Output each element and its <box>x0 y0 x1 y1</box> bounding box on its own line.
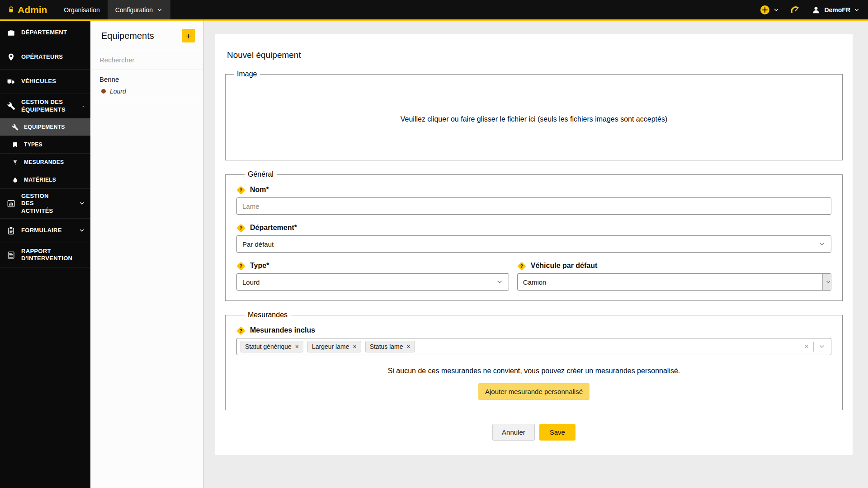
type-select-value: Lourd <box>242 278 259 286</box>
nav-organisation[interactable]: Organisation <box>56 0 107 19</box>
sidebar-item-gestion-activites[interactable]: GESTION DES ACTIVITÉS <box>0 189 90 219</box>
chevron-down-icon <box>826 279 831 285</box>
mesurandes-multiselect[interactable]: Statut générique × Largeur lame × Status… <box>236 338 831 355</box>
tag-label: Status lame <box>370 343 403 350</box>
general-section: Général ? Nom* ? Département* Par défaut <box>225 170 843 301</box>
mesurandes-section: Mesurandes ? Mesurandes inclus Statut gé… <box>225 311 843 410</box>
nav-configuration-label: Configuration <box>115 6 153 14</box>
main-content: Nouvel équipement Image Veuillez cliquer… <box>204 21 868 488</box>
sidebar-item-label: GESTION DES ÉQUIPEMENTS <box>21 99 75 113</box>
page-title: Nouvel équipement <box>227 50 843 60</box>
save-button[interactable]: Save <box>539 424 576 441</box>
sidebar: DÉPARTEMENT OPÉRATEURS VÉHICULES GESTION… <box>0 21 90 488</box>
sidebar-subitem-materiels[interactable]: MATÉRIELS <box>0 171 90 189</box>
chevron-down-icon[interactable] <box>818 343 826 350</box>
image-section: Image Veuillez cliquer ou faire glisser … <box>225 70 843 160</box>
equipment-group-name[interactable]: Benne <box>90 75 203 83</box>
sidebar-item-label: DÉPARTEMENT <box>21 29 67 36</box>
bookmark-icon <box>12 141 19 148</box>
add-custom-mesurande-button[interactable]: Ajouter mesurande personnalisé <box>478 383 590 400</box>
departement-select-value: Par défaut <box>242 240 274 248</box>
nom-input[interactable] <box>236 197 831 215</box>
sidebar-item-operateurs[interactable]: OPÉRATEURS <box>0 45 90 70</box>
image-dropzone[interactable]: Veuillez cliquer ou faire glisser le fic… <box>226 78 842 160</box>
equipment-group: Benne Lourd <box>90 70 203 101</box>
remove-tag-icon[interactable]: × <box>353 343 356 350</box>
sidebar-item-label: FORMULAIRE <box>21 227 62 234</box>
sidebar-subitem-label: TYPES <box>24 141 42 148</box>
select-scrollbar[interactable] <box>822 274 831 290</box>
chevron-down-icon <box>496 278 503 286</box>
user-name: DemoFR <box>824 6 850 14</box>
wrench-icon <box>12 124 19 131</box>
chevron-down-icon <box>818 240 826 248</box>
clipboard-icon <box>7 226 15 235</box>
help-icon[interactable]: ? <box>236 186 245 195</box>
chevron-down-icon <box>773 7 779 13</box>
sidebar-subitem-mesurandes[interactable]: MESURANDES <box>0 154 90 171</box>
field-nom: ? Nom* <box>236 186 831 215</box>
field-mesurandes: ? Mesurandes inclus Statut générique × L… <box>236 326 831 355</box>
tag-label: Largeur lame <box>312 343 349 350</box>
briefcase-icon <box>7 28 15 37</box>
type-label: Type* <box>250 262 269 270</box>
help-icon[interactable]: ? <box>236 224 245 233</box>
sidebar-item-label: RAPPORT D'INTERVENTION <box>21 248 85 263</box>
type-vehicule-row: ? Type* Lourd ? Véhicule par défaut <box>236 262 831 291</box>
panel-header: Equipements + <box>90 21 203 50</box>
vehicule-select-value: Camion <box>523 278 547 286</box>
multiselect-controls: × <box>804 342 826 352</box>
sidebar-item-formulaire[interactable]: FORMULAIRE <box>0 219 90 243</box>
form-actions: Annuler Save <box>225 424 843 441</box>
padlock-icon <box>7 6 15 14</box>
help-icon[interactable]: ? <box>236 262 245 271</box>
clear-all-icon[interactable]: × <box>804 342 809 351</box>
nav-organisation-label: Organisation <box>64 6 99 14</box>
mesurandes-label: Mesurandes inclus <box>250 326 315 334</box>
sidebar-subitem-equipements[interactable]: EQUIPEMENTS <box>0 118 90 136</box>
cancel-button[interactable]: Annuler <box>492 424 535 441</box>
question-glyph: ? <box>240 225 242 230</box>
top-nav: Organisation Configuration <box>56 0 170 19</box>
brand[interactable]: Admin <box>0 0 56 19</box>
chevron-up-icon <box>81 103 85 109</box>
question-glyph: ? <box>240 263 242 268</box>
vehicule-select[interactable]: Camion <box>517 273 831 291</box>
search-input[interactable] <box>90 50 203 70</box>
sidebar-item-departement[interactable]: DÉPARTEMENT <box>0 21 90 45</box>
add-equipment-button[interactable]: + <box>182 29 195 42</box>
remove-tag-icon[interactable]: × <box>295 343 299 350</box>
field-type: ? Type* Lourd <box>236 262 509 291</box>
report-document-icon <box>7 251 15 259</box>
sidebar-item-gestion-equipements[interactable]: GESTION DES ÉQUIPEMENTS <box>0 94 90 118</box>
general-legend: Général <box>245 170 277 178</box>
search-row <box>90 50 203 70</box>
chevron-down-icon <box>854 7 860 13</box>
chevron-down-icon <box>79 200 85 206</box>
plus-circle-icon <box>760 5 770 15</box>
add-menu-button[interactable] <box>760 5 779 15</box>
user-menu[interactable]: DemoFR <box>811 5 860 15</box>
sidebar-item-label: VÉHICULES <box>21 78 56 85</box>
sidebar-item-rapport-intervention[interactable]: RAPPORT D'INTERVENTION <box>0 243 90 267</box>
remove-tag-icon[interactable]: × <box>407 343 410 350</box>
wrench-icon <box>7 102 15 110</box>
vehicule-label: Véhicule par défaut <box>531 262 598 270</box>
type-color-dot <box>101 89 106 94</box>
departement-select[interactable]: Par défaut <box>236 235 831 253</box>
app-root: Admin Organisation Configuration <box>0 0 868 488</box>
equipment-list-item[interactable]: Lourd <box>90 86 203 96</box>
help-icon[interactable]: ? <box>517 262 526 271</box>
sidebar-item-vehicules[interactable]: VÉHICULES <box>0 70 90 94</box>
type-select[interactable]: Lourd <box>236 273 509 291</box>
field-type-label-row: ? Type* <box>236 262 509 270</box>
help-icon[interactable]: ? <box>236 326 245 335</box>
chevron-down-icon <box>156 7 163 13</box>
divider <box>813 342 814 352</box>
nav-configuration[interactable]: Configuration <box>108 0 170 19</box>
new-equipment-card: Nouvel équipement Image Veuillez cliquer… <box>215 34 853 455</box>
truck-icon <box>7 77 15 86</box>
field-nom-label-row: ? Nom* <box>236 186 831 194</box>
sidebar-subitem-types[interactable]: TYPES <box>0 136 90 154</box>
field-vehicule: ? Véhicule par défaut Camion <box>517 262 831 291</box>
